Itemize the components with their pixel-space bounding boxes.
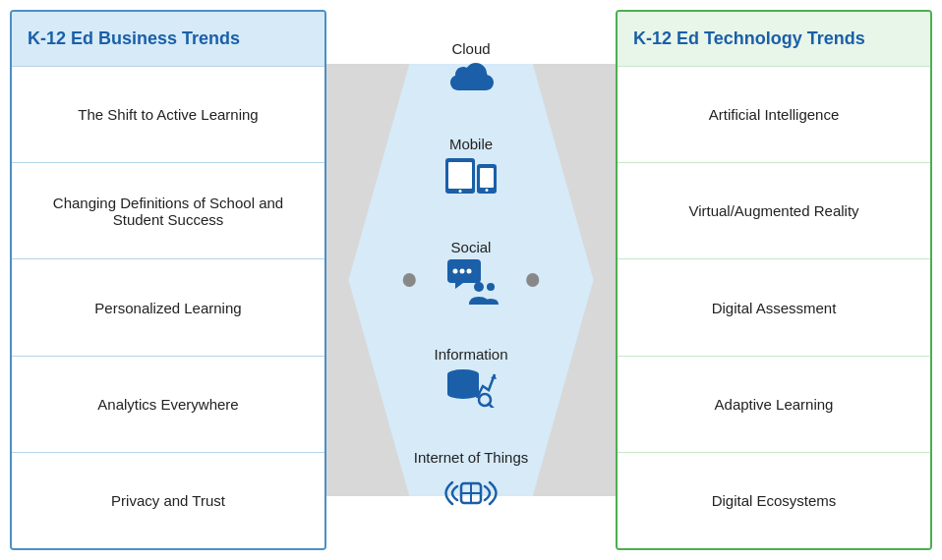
cloud-icon bbox=[445, 59, 497, 99]
svg-point-14 bbox=[474, 282, 484, 292]
svg-point-15 bbox=[487, 283, 495, 291]
svg-line-23 bbox=[489, 404, 494, 408]
list-item: Privacy and Trust bbox=[12, 452, 324, 548]
mobile-icon bbox=[443, 154, 499, 202]
mobile-label: Mobile bbox=[449, 136, 493, 152]
left-items: The Shift to Active Learning Changing De… bbox=[12, 66, 324, 548]
list-item: Digital Assessment bbox=[618, 258, 930, 355]
list-item: Artificial Intelligence bbox=[618, 66, 930, 162]
left-header: K-12 Ed Business Trends bbox=[12, 12, 324, 66]
center-item-cloud: Cloud bbox=[445, 40, 497, 99]
information-icon bbox=[443, 364, 499, 413]
center-panel: Cloud Mobile bbox=[326, 10, 616, 550]
list-item: The Shift to Active Learning bbox=[12, 66, 324, 162]
center-item-mobile: Mobile bbox=[443, 136, 499, 202]
iot-icon bbox=[440, 468, 502, 520]
right-header-text: K-12 Ed Technology Trends bbox=[633, 28, 865, 49]
center-item-social: Social bbox=[442, 239, 500, 309]
information-label: Information bbox=[434, 346, 507, 363]
iot-label: Internet of Things bbox=[414, 449, 528, 466]
list-item: Virtual/Augmented Reality bbox=[618, 162, 930, 258]
center-content: Cloud Mobile bbox=[326, 15, 616, 545]
svg-rect-6 bbox=[448, 162, 472, 189]
list-item: Analytics Everywhere bbox=[12, 356, 324, 452]
svg-point-13 bbox=[467, 268, 472, 273]
list-item: Adaptive Learning bbox=[618, 356, 930, 452]
svg-rect-9 bbox=[480, 168, 494, 188]
right-panel: K-12 Ed Technology Trends Artificial Int… bbox=[616, 10, 932, 550]
svg-point-12 bbox=[460, 268, 465, 273]
social-icon bbox=[442, 257, 500, 309]
left-panel: K-12 Ed Business Trends The Shift to Act… bbox=[10, 10, 326, 550]
svg-point-11 bbox=[453, 268, 458, 273]
list-item: Personalized Learning bbox=[12, 258, 324, 355]
center-item-iot: Internet of Things bbox=[414, 449, 528, 520]
main-container: K-12 Ed Business Trends The Shift to Act… bbox=[0, 0, 942, 560]
social-label: Social bbox=[451, 239, 492, 255]
center-item-information: Information bbox=[434, 346, 507, 413]
cloud-label: Cloud bbox=[451, 40, 490, 57]
svg-point-7 bbox=[459, 190, 462, 193]
svg-point-10 bbox=[486, 189, 489, 192]
svg-point-20 bbox=[447, 389, 479, 399]
right-items: Artificial Intelligence Virtual/Augmente… bbox=[618, 66, 930, 548]
list-item: Digital Ecosystems bbox=[618, 452, 930, 548]
right-header: K-12 Ed Technology Trends bbox=[618, 12, 930, 66]
list-item: Changing Definitions of School and Stude… bbox=[12, 162, 324, 258]
left-header-text: K-12 Ed Business Trends bbox=[28, 28, 240, 49]
